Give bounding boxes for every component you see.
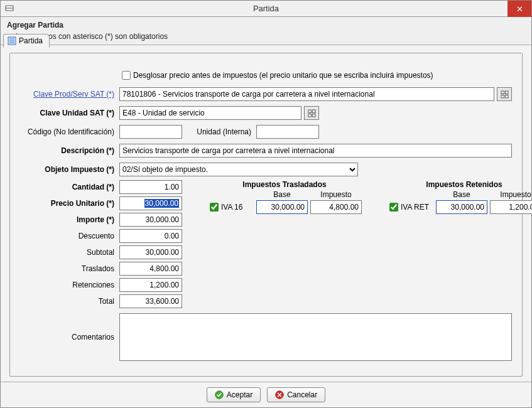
tax-col-impuesto-label: Impuesto (310, 190, 362, 199)
tab-label: Partida (19, 36, 43, 45)
svg-rect-8 (308, 109, 311, 112)
clave-unidad-label: Clave Unidad SAT (*) (20, 109, 119, 117)
clave-prod-link[interactable]: Clave Prod/Serv SAT (*) (33, 90, 114, 99)
subtotal-input (119, 245, 182, 259)
tax-col-impuesto-label-2: Impuesto (490, 190, 532, 199)
cancel-button[interactable]: Cancelar (267, 387, 325, 402)
form-icon (8, 36, 16, 45)
codigo-input[interactable] (119, 125, 182, 139)
traslados-input (119, 262, 182, 276)
accept-button[interactable]: Aceptar (207, 387, 261, 402)
unidad-interna-label: Unidad (Interna) (182, 127, 256, 136)
window-title: Partida (1, 4, 531, 13)
codigo-label: Código (No Identificación) (20, 127, 119, 136)
tax-trasladados-col: Impuestos Trasladados Base Impuesto IVA … (207, 180, 362, 214)
row-codigo: Código (No Identificación) Unidad (Inter… (20, 124, 512, 140)
descuento-label: Descuento (20, 232, 119, 240)
tax-iva16-name: IVA 16 (221, 203, 242, 212)
cancel-label: Cancelar (287, 390, 317, 399)
tab-panel: Desglosar precio antes de impuestos (el … (9, 53, 523, 377)
svg-rect-9 (312, 109, 315, 112)
tax-col-base-label: Base (256, 190, 308, 199)
descripcion-label: Descripción (*) (20, 146, 119, 155)
svg-rect-11 (312, 114, 315, 117)
search-icon (501, 90, 509, 99)
row-clave-unidad: Clave Unidad SAT (*) (20, 105, 512, 121)
clave-prod-lookup-button[interactable] (497, 87, 512, 101)
row-descripcion: Descripción (*) (20, 142, 512, 159)
main-area: Partida Desglosar precio antes de impues… (1, 45, 531, 382)
precio-unitario-input[interactable]: 30,000.00 (119, 196, 182, 210)
desglosar-label: Desglosar precio antes de impuestos (el … (133, 71, 433, 80)
clave-prod-input[interactable] (119, 87, 494, 101)
tax-ivaret-impuesto[interactable] (490, 200, 532, 214)
check-icon (215, 390, 224, 399)
accept-label: Aceptar (227, 390, 252, 399)
tax-ivaret-base[interactable] (436, 200, 487, 214)
traslados-label: Traslados (20, 264, 119, 273)
row-comentarios: Comentarios (20, 313, 512, 361)
svg-rect-6 (501, 95, 504, 98)
unidad-interna-input[interactable] (256, 125, 319, 139)
tax-row-ivaret: IVA RET (387, 200, 532, 214)
buttons-bar: Aceptar Cancelar (1, 382, 531, 407)
total-label: Total (20, 297, 119, 306)
objeto-impuesto-select[interactable]: 02/Sí objeto de impuesto. (119, 163, 358, 176)
dialog-window: Partida ✕ Agregar Partida Los campos con… (0, 0, 532, 408)
tax-iva16-checkbox[interactable] (210, 203, 219, 212)
cantidad-input[interactable] (119, 180, 182, 194)
importe-label: Importe (*) (20, 215, 119, 224)
descuento-input[interactable] (119, 229, 182, 243)
precio-unitario-label: Precio Unitario (*) (20, 199, 119, 208)
tax-trasladados-title: Impuestos Trasladados (207, 180, 362, 189)
objeto-impuesto-label: Objeto Impuesto (*) (20, 165, 119, 174)
clave-unidad-lookup-button[interactable] (304, 106, 319, 120)
svg-rect-4 (501, 90, 504, 94)
subtotal-label: Subtotal (20, 248, 119, 257)
row-cantidad: Cantidad (*) Precio Unitario (*) 30,000.… (20, 180, 512, 308)
header-band: Agregar Partida Los campos con asterisco… (1, 17, 531, 45)
total-input (119, 294, 182, 308)
tax-ivaret-checkbox[interactable] (389, 203, 398, 212)
descripcion-input[interactable] (119, 144, 512, 158)
titlebar: Partida ✕ (1, 1, 531, 17)
tax-row-iva16: IVA 16 (207, 200, 362, 214)
retenciones-label: Retenciones (20, 281, 119, 289)
tax-retenidos-col: Impuestos Retenidos Base Impuesto IVA RE… (387, 180, 532, 214)
comentarios-label: Comentarios (20, 333, 119, 341)
search-icon (308, 109, 316, 117)
desglosar-checkbox[interactable] (122, 71, 131, 80)
row-desglosar: Desglosar precio antes de impuestos (el … (20, 67, 512, 83)
tax-ivaret-name: IVA RET (401, 203, 429, 212)
tab-partida[interactable]: Partida (3, 34, 50, 48)
svg-rect-7 (505, 95, 508, 98)
cancel-icon (275, 390, 284, 399)
row-clave-prod: Clave Prod/Serv SAT (*) (20, 86, 512, 102)
importe-input (119, 213, 182, 227)
tax-iva16-base[interactable] (256, 200, 308, 214)
tax-iva16-impuesto[interactable] (310, 200, 362, 214)
svg-rect-5 (505, 90, 508, 94)
tax-col-base-label-2: Base (436, 190, 487, 199)
close-button[interactable]: ✕ (508, 1, 531, 17)
row-objeto-impuesto: Objeto Impuesto (*) 02/Sí objeto de impu… (20, 161, 512, 178)
page-title: Agregar Partida (7, 21, 525, 30)
retenciones-input (119, 278, 182, 292)
close-icon: ✕ (516, 4, 523, 14)
page-subtitle: Los campos con asterisco (*) son obligat… (16, 32, 525, 41)
form-area: Desglosar precio antes de impuestos (el … (10, 53, 522, 367)
svg-rect-10 (308, 114, 311, 117)
tax-retenidos-title: Impuestos Retenidos (387, 180, 532, 189)
cantidad-label: Cantidad (*) (20, 183, 119, 191)
clave-unidad-input[interactable] (119, 106, 301, 120)
comentarios-input[interactable] (119, 313, 512, 361)
